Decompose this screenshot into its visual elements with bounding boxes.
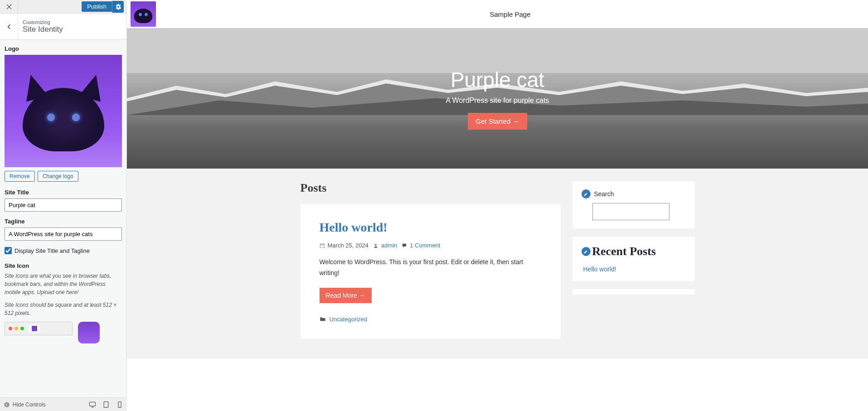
svg-point-3: [106, 406, 106, 407]
app-icon-preview: [78, 322, 100, 343]
favicon-preview: [32, 326, 37, 331]
content-area: Posts Hello world! March 25, 2024 admin …: [127, 169, 868, 359]
nav-sample-page[interactable]: Sample Page: [490, 10, 530, 18]
calendar-icon: [320, 243, 325, 248]
pencil-icon[interactable]: [582, 247, 591, 256]
tagline-label: Tagline: [5, 218, 122, 225]
post-excerpt: Welcome to WordPress. This is your first…: [320, 257, 542, 279]
widget-column: Search Recent Posts Hello world!: [572, 181, 695, 339]
site-title-input[interactable]: [5, 198, 122, 212]
sidebar-header: Publish: [0, 0, 126, 14]
post-categories: Uncategorized: [320, 316, 542, 323]
pencil-icon[interactable]: [582, 189, 591, 198]
chevron-left-icon: [5, 23, 13, 30]
svg-point-7: [375, 244, 377, 246]
publish-settings-button[interactable]: [112, 1, 124, 13]
category-link[interactable]: Uncategorized: [330, 316, 368, 323]
publish-button[interactable]: Publish: [82, 1, 112, 12]
svg-point-5: [119, 406, 120, 407]
hero-tagline: A WordPress site for purple cats: [446, 97, 549, 105]
section-title: Site Identity: [23, 25, 63, 34]
desktop-icon[interactable]: [89, 401, 96, 408]
back-button[interactable]: [0, 14, 18, 40]
collapse-icon: [4, 401, 10, 408]
section-header: Customizing Site Identity: [0, 14, 126, 40]
preview-topbar: Sample Page: [127, 0, 868, 28]
recent-posts-heading: Recent Posts: [592, 245, 656, 258]
widget-placeholder: [572, 289, 695, 295]
site-icon-preview-row: [5, 322, 122, 343]
site-title-label: Site Title: [5, 189, 122, 196]
search-widget: Search: [572, 181, 695, 228]
site-icon-label: Site Icon: [5, 262, 122, 269]
hero-cta-button[interactable]: Get Started →: [468, 113, 528, 130]
site-icon-desc-2: Site Icons should be square and at least…: [5, 301, 122, 317]
browser-tab-mock: [5, 322, 73, 335]
mobile-icon[interactable]: [116, 401, 123, 408]
post-author-link[interactable]: admin: [381, 242, 397, 249]
search-input[interactable]: [592, 203, 669, 220]
post-card: Hello world! March 25, 2024 admin 1 Comm…: [301, 204, 561, 339]
hide-controls-button[interactable]: Hide Controls: [4, 401, 46, 408]
preview-pane[interactable]: Sample Page Purple cat A WordPress site …: [127, 0, 868, 411]
display-title-label: Display Site Title and Tagline: [15, 247, 90, 254]
customizer-sidebar: Publish Customizing Site Identity Logo R…: [0, 0, 127, 411]
gear-icon: [115, 4, 121, 10]
recent-posts-widget: Recent Posts Hello world!: [572, 237, 695, 281]
read-more-button[interactable]: Read More →: [320, 288, 372, 303]
customizing-label: Customizing: [23, 19, 63, 25]
user-icon: [373, 243, 378, 248]
posts-heading: Posts: [301, 181, 561, 195]
svg-rect-1: [90, 402, 96, 406]
folder-icon: [320, 316, 326, 322]
preview-site-logo[interactable]: [131, 1, 156, 27]
post-comments-link[interactable]: 1 Comment: [410, 242, 440, 249]
change-logo-button[interactable]: Change logo: [38, 171, 78, 182]
svg-rect-6: [320, 244, 325, 247]
close-button[interactable]: [0, 0, 18, 14]
bottom-bar: Hide Controls: [0, 397, 127, 411]
search-widget-label: Search: [594, 190, 614, 198]
tagline-input[interactable]: [5, 227, 122, 241]
comment-icon: [402, 243, 407, 248]
logo-label: Logo: [5, 45, 122, 52]
recent-post-link[interactable]: Hello world!: [583, 266, 686, 273]
close-icon: [6, 4, 12, 10]
sidebar-content[interactable]: Logo Remove Change logo Site Title Tagli…: [0, 40, 126, 411]
post-date: March 25, 2024: [328, 242, 369, 249]
post-title-link[interactable]: Hello world!: [320, 220, 388, 234]
post-meta: March 25, 2024 admin 1 Comment: [320, 242, 542, 249]
posts-column: Posts Hello world! March 25, 2024 admin …: [301, 181, 561, 339]
hide-controls-label: Hide Controls: [13, 401, 46, 408]
tablet-icon[interactable]: [102, 401, 110, 408]
display-title-checkbox[interactable]: [5, 247, 12, 254]
logo-preview[interactable]: [5, 55, 122, 167]
site-icon-desc-1: Site Icons are what you see in browser t…: [5, 272, 122, 296]
remove-logo-button[interactable]: Remove: [5, 171, 35, 182]
hero-section: Purple cat A WordPress site for purple c…: [127, 28, 868, 169]
hero-title: Purple cat: [451, 68, 544, 92]
svg-point-0: [4, 402, 9, 407]
